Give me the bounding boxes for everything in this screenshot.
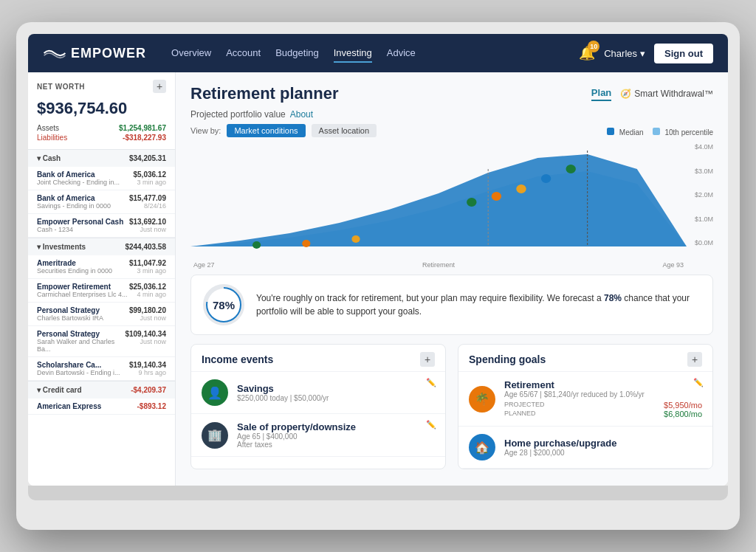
property-sub2: After taxes [237,441,356,449]
spending-goals-title: Spending goals [469,353,546,365]
svg-point-11 [566,165,575,173]
nav-right: 🔔 10 Charles ▾ Sign out [579,44,713,63]
smart-withdrawal-link[interactable]: 🧭 Smart Withdrawal™ [620,89,713,99]
account-time: 4 min ago [129,291,166,298]
income-events-panel: Income events + 👤 Savings $250,000 today… [190,344,446,469]
spending-goals-panel: Spending goals + 🌴 Retirement Age 65/67 … [458,344,713,469]
account-name: Bank of America [37,170,120,179]
bell-icon[interactable]: 🔔 10 [579,45,595,61]
cash-section-header[interactable]: ▾ Cash $34,205.31 [28,150,175,167]
list-item[interactable]: 🌴 Retirement Age 65/67 | $81,240/yr redu… [458,372,712,427]
list-item[interactable]: Empower Retirement Carmichael Enterprise… [28,279,175,303]
nav-account[interactable]: Account [226,44,261,63]
sidebar-section-investments: ▾ Investments $244,403.58 Ameritrade Sec… [28,238,175,381]
view-by-controls: View by: Market conditions Asset locatio… [190,124,377,137]
assets-label: Assets [37,124,59,132]
list-item[interactable]: 👤 Savings $250,000 today | $50,000/yr ✏️ [191,372,445,414]
list-item[interactable]: 🏢 Sale of property/downsize Age 65 | $40… [191,414,445,457]
account-name: Scholarshare Ca... [37,361,120,369]
edit-savings-icon[interactable]: ✏️ [426,378,436,387]
add-income-event-button[interactable]: + [420,352,435,367]
liabilities-value: -$318,227.93 [123,134,166,142]
list-item[interactable]: American Express -$893.12 [28,399,175,415]
projected-text: Projected portfolio value [190,109,286,120]
svg-point-4 [252,241,261,249]
portfolio-chart: $4.0M $3.0M $2.0M $1.0M $0.0M [190,143,713,261]
svg-point-9 [516,184,526,193]
nav-user[interactable]: Charles ▾ [604,48,645,59]
projected-label: Projected portfolio value About [190,109,713,120]
account-sub: Savings - Ending in 0000 [37,202,111,210]
account-sub: Joint Checking - Ending in... [37,179,120,186]
forecast-text-before: You're roughly on track for retirement, … [256,293,604,303]
compass-icon: 🧭 [620,89,631,99]
assets-liabilities: Assets $1,254,981.67 Liabilities -$318,2… [28,124,175,149]
forecast-highlight: 78% [604,293,622,303]
y-label: $4.0M [687,143,713,151]
sidebar-header: NET WORTH + [28,72,175,96]
add-spending-goal-button[interactable]: + [687,352,702,367]
asset-location-btn[interactable]: Asset location [312,124,377,137]
add-account-button[interactable]: + [153,80,166,93]
forecast-text: You're roughly on track for retirement, … [256,291,701,318]
username-label: Charles [604,48,637,59]
account-value: $109,140.34 [125,330,166,338]
projected-value: $5,950/mo [664,401,702,410]
savings-name: Savings [237,383,329,394]
account-sub: Carmichael Enterprises Llc 4... [37,291,128,298]
svg-point-7 [467,198,476,207]
about-link[interactable]: About [290,109,313,120]
list-item[interactable]: 🏠 Home purchase/upgrade Age 28 | $200,00… [458,427,712,469]
svg-point-5 [302,240,310,247]
retirement-goal-icon: 🌴 [469,386,495,413]
account-time: 9 hrs ago [129,369,166,376]
income-events-title: Income events [202,353,273,365]
nav-logo: EMPOWER [43,46,146,61]
home-name: Home purchase/upgrade [504,438,616,449]
cash-value: $34,205.31 [129,154,166,162]
account-sub: Charles Bartowski IRA [37,314,103,322]
x-label-retirement: Retirement [422,261,455,269]
account-name: Personal Strategy [37,306,103,314]
percentile-label: 10th percentile [664,128,713,137]
laptop-base [28,486,728,500]
nav-investing[interactable]: Investing [334,44,372,63]
list-item[interactable]: Empower Personal Cash Cash - 1234 $13,69… [28,214,175,238]
list-item[interactable]: Ameritrade Securities Ending in 0000 $11… [28,255,175,279]
nav-advice[interactable]: Advice [387,44,416,63]
list-item[interactable]: Bank of America Savings - Ending in 0000… [28,190,175,214]
market-conditions-btn[interactable]: Market conditions [227,124,305,137]
assets-value: $1,254,981.67 [119,124,166,132]
projected-label: PROJECTED [504,401,545,410]
savings-icon: 👤 [202,379,228,406]
view-by-label: View by: [190,126,221,135]
home-info: Home purchase/upgrade Age 28 | $200,000 [504,438,616,457]
tab-plan[interactable]: Plan [591,87,611,101]
account-value: $19,140.34 [129,361,166,369]
retirement-name: Retirement [504,379,702,390]
forecast-bar: 78% You're roughly on track for retireme… [190,275,713,335]
account-value: $13,692.10 [129,218,166,226]
nav-overview[interactable]: Overview [171,44,211,63]
credit-label: ▾ Credit card [37,386,82,394]
list-item[interactable]: Bank of America Joint Checking - Ending … [28,167,175,190]
edit-property-icon[interactable]: ✏️ [426,420,436,429]
list-item[interactable]: Personal Strategy Charles Bartowski IRA … [28,303,175,326]
navbar: EMPOWER Overview Account Budgeting Inves… [28,34,728,72]
svg-marker-1 [190,154,687,246]
list-item[interactable]: Scholarshare Ca... Devin Bartowski - End… [28,357,175,381]
credit-section-header[interactable]: ▾ Credit card -$4,209.37 [28,382,175,399]
signout-button[interactable]: Sign out [654,44,713,63]
nav-budgeting[interactable]: Budgeting [275,44,319,63]
investments-section-header[interactable]: ▾ Investments $244,403.58 [28,238,175,255]
smart-withdrawal-label: Smart Withdrawal™ [634,89,713,99]
liabilities-label: Liabilities [37,134,67,142]
planned-value: $6,800/mo [664,410,702,418]
list-item[interactable]: Personal Strategy Sarah Walker and Charl… [28,326,175,357]
forecast-circle: 78% [203,284,244,325]
edit-retirement-goal-icon[interactable]: ✏️ [693,378,704,387]
home-sub: Age 28 | $200,000 [504,449,616,457]
median-label: Median [619,128,644,137]
page-title: Retirement planner [190,84,339,103]
account-name: Ameritrade [37,259,112,267]
